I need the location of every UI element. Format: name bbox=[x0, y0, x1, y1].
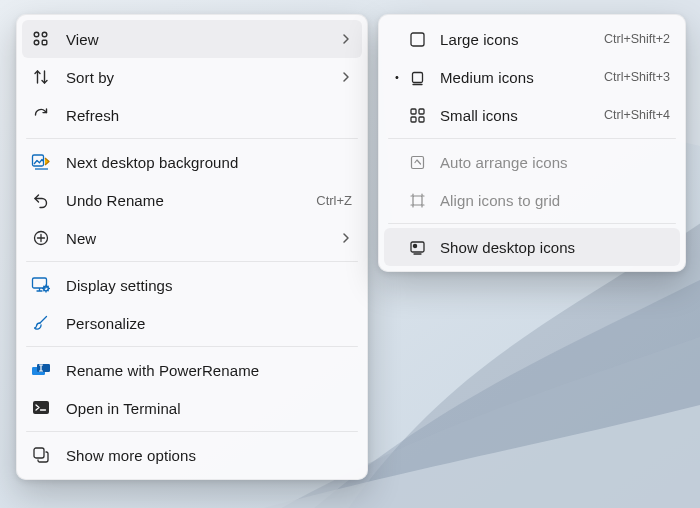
menu-item-label: Medium icons bbox=[440, 69, 596, 86]
submenu-item-auto-arrange[interactable]: Auto arrange icons bbox=[384, 143, 680, 181]
svg-point-2 bbox=[42, 32, 47, 37]
svg-rect-18 bbox=[419, 117, 424, 122]
menu-separator bbox=[26, 261, 358, 262]
svg-rect-11 bbox=[33, 401, 49, 414]
undo-icon bbox=[30, 189, 52, 211]
svg-rect-17 bbox=[411, 117, 416, 122]
submenu-item-large-icons[interactable]: Large icons Ctrl+Shift+2 bbox=[384, 20, 680, 58]
submenu-item-align-to-grid[interactable]: Align icons to grid bbox=[384, 181, 680, 219]
svg-rect-15 bbox=[411, 109, 416, 114]
menu-item-label: Display settings bbox=[66, 277, 352, 294]
menu-item-label: Next desktop background bbox=[66, 154, 352, 171]
display-settings-icon bbox=[30, 274, 52, 296]
menu-item-display-settings[interactable]: Display settings bbox=[22, 266, 362, 304]
menu-item-shortcut: Ctrl+Shift+3 bbox=[604, 70, 670, 84]
menu-item-shortcut: Ctrl+Shift+2 bbox=[604, 32, 670, 46]
chevron-right-icon bbox=[340, 71, 352, 83]
next-background-icon bbox=[30, 151, 52, 173]
menu-item-label: Open in Terminal bbox=[66, 400, 352, 417]
menu-item-sort-by[interactable]: Sort by bbox=[22, 58, 362, 96]
menu-item-view[interactable]: View bbox=[22, 20, 362, 58]
svg-rect-19 bbox=[411, 156, 423, 168]
grid-apps-icon bbox=[30, 28, 52, 50]
menu-item-label: Auto arrange icons bbox=[440, 154, 670, 171]
check-slot bbox=[390, 156, 404, 168]
menu-item-shortcut: Ctrl+Z bbox=[316, 193, 352, 208]
sort-icon bbox=[30, 66, 52, 88]
new-plus-icon bbox=[30, 227, 52, 249]
svg-rect-16 bbox=[419, 109, 424, 114]
svg-rect-13 bbox=[411, 33, 424, 46]
menu-separator bbox=[388, 138, 676, 139]
menu-item-label: Large icons bbox=[440, 31, 596, 48]
terminal-icon bbox=[30, 397, 52, 419]
menu-item-label: Small icons bbox=[440, 107, 596, 124]
menu-item-label: Align icons to grid bbox=[440, 192, 670, 209]
auto-arrange-icon bbox=[406, 151, 428, 173]
menu-item-label: Show desktop icons bbox=[440, 239, 670, 256]
submenu-item-show-desktop-icons[interactable]: Show desktop icons bbox=[384, 228, 680, 266]
menu-item-label: Personalize bbox=[66, 315, 352, 332]
menu-item-next-desktop-background[interactable]: Next desktop background bbox=[22, 143, 362, 181]
svg-rect-20 bbox=[413, 196, 422, 205]
svg-point-3 bbox=[34, 40, 39, 45]
menu-separator bbox=[26, 138, 358, 139]
menu-item-label: Refresh bbox=[66, 107, 352, 124]
submenu-item-medium-icons[interactable]: Medium icons Ctrl+Shift+3 bbox=[384, 58, 680, 96]
radio-bullet-selected bbox=[390, 71, 404, 83]
svg-rect-12 bbox=[34, 448, 44, 458]
menu-item-label: Undo Rename bbox=[66, 192, 308, 209]
align-grid-icon bbox=[406, 189, 428, 211]
menu-separator bbox=[26, 431, 358, 432]
show-desktop-icons-icon bbox=[406, 236, 428, 258]
menu-item-show-more-options[interactable]: Show more options bbox=[22, 436, 362, 474]
menu-item-label: Rename with PowerRename bbox=[66, 362, 352, 379]
radio-bullet bbox=[390, 33, 404, 45]
check-slot bbox=[390, 194, 404, 206]
menu-separator bbox=[26, 346, 358, 347]
svg-rect-21 bbox=[411, 242, 424, 252]
powerrename-icon bbox=[30, 359, 52, 381]
menu-item-label: Sort by bbox=[66, 69, 334, 86]
svg-rect-4 bbox=[42, 40, 47, 45]
svg-point-1 bbox=[34, 32, 39, 37]
more-options-icon bbox=[30, 444, 52, 466]
chevron-right-icon bbox=[340, 33, 352, 45]
personalize-paintbrush-icon bbox=[30, 312, 52, 334]
desktop-context-menu: View Sort by Refresh bbox=[16, 14, 368, 480]
menu-item-shortcut: Ctrl+Shift+4 bbox=[604, 108, 670, 122]
menu-item-label: View bbox=[66, 31, 334, 48]
menu-item-personalize[interactable]: Personalize bbox=[22, 304, 362, 342]
view-submenu: Large icons Ctrl+Shift+2 Medium icons Ct… bbox=[378, 14, 686, 272]
menu-item-undo-rename[interactable]: Undo Rename Ctrl+Z bbox=[22, 181, 362, 219]
small-icons-icon bbox=[406, 104, 428, 126]
large-icons-icon bbox=[406, 28, 428, 50]
check-slot bbox=[390, 241, 404, 253]
menu-item-open-in-terminal[interactable]: Open in Terminal bbox=[22, 389, 362, 427]
submenu-item-small-icons[interactable]: Small icons Ctrl+Shift+4 bbox=[384, 96, 680, 134]
menu-item-refresh[interactable]: Refresh bbox=[22, 96, 362, 134]
chevron-right-icon bbox=[340, 232, 352, 244]
menu-separator bbox=[388, 223, 676, 224]
menu-item-new[interactable]: New bbox=[22, 219, 362, 257]
refresh-icon bbox=[30, 104, 52, 126]
menu-item-label: New bbox=[66, 230, 334, 247]
svg-rect-14 bbox=[412, 72, 422, 82]
menu-item-powerrename[interactable]: Rename with PowerRename bbox=[22, 351, 362, 389]
radio-bullet bbox=[390, 109, 404, 121]
medium-icons-icon bbox=[406, 66, 428, 88]
svg-point-22 bbox=[413, 244, 416, 247]
menu-item-label: Show more options bbox=[66, 447, 352, 464]
